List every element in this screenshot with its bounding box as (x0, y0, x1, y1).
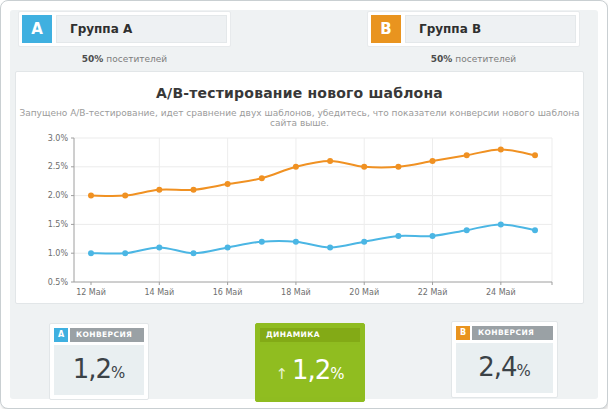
data-point (532, 152, 538, 158)
y-axis-label: 3.0% (48, 134, 69, 143)
dynamics-card: ДИНАМИКА ↑1,2% (255, 323, 365, 402)
conversion-a-label: КОНВЕРСИЯ (70, 328, 144, 342)
groups-row: A Группа A 50%посетителей B Группа B 50%… (18, 11, 585, 69)
group-b-share-label: посетителей (455, 54, 516, 64)
data-point (191, 187, 197, 193)
dashboard-window: A Группа A 50%посетителей B Группа B 50%… (0, 0, 608, 409)
group-b-box: B Группа B (367, 11, 580, 47)
y-axis-label: 2.0% (48, 191, 69, 200)
group-a-box: A Группа A (18, 11, 231, 47)
data-point (225, 181, 231, 187)
x-axis-label: 20 Май (349, 288, 379, 297)
data-point (156, 187, 162, 193)
ab-test-panel: А/В-тестирование нового шаблона Запущено… (15, 71, 584, 304)
group-a-name: Группа A (56, 15, 227, 43)
data-point (259, 175, 265, 181)
group-a-badge: A (22, 15, 52, 43)
dynamics-label: ДИНАМИКА (260, 328, 360, 342)
x-axis-label: 12 Май (76, 288, 106, 297)
data-point (293, 239, 299, 245)
x-axis-label: 22 Май (418, 288, 448, 297)
conversion-a-badge: A (54, 328, 68, 342)
dynamics-unit: % (330, 365, 344, 383)
group-b-name: Группа B (405, 15, 576, 43)
conversion-a-value-box: 1,2% (54, 345, 144, 395)
dashboard-canvas: A Группа A 50%посетителей B Группа B 50%… (10, 10, 598, 399)
conversion-b-value: 2,4 (478, 352, 516, 382)
chart-subtitle: Запущено А/В-тестирование, идет сравнени… (16, 108, 583, 128)
data-point (293, 164, 299, 170)
ab-test-chart: 3.0%2.5%2.0%1.5%1.0%0.5%12 Май14 Май16 М… (24, 130, 580, 298)
y-axis-label: 0.5% (48, 278, 69, 287)
group-b-share: 50%посетителей (367, 54, 580, 64)
conversion-b-label: КОНВЕРСИЯ (472, 326, 553, 340)
data-point (259, 239, 265, 245)
data-point (430, 158, 436, 164)
group-b-badge: B (371, 15, 401, 43)
data-point (464, 227, 470, 233)
x-axis-label: 18 Май (281, 288, 311, 297)
chart-title: А/В-тестирование нового шаблона (16, 85, 583, 101)
y-axis-label: 2.5% (48, 162, 69, 171)
data-point (361, 239, 367, 245)
data-point (395, 233, 401, 239)
group-b-card: B Группа B 50%посетителей (367, 11, 580, 64)
data-point (191, 250, 197, 256)
conversion-a-card: A КОНВЕРСИЯ 1,2% (49, 323, 149, 400)
data-point (361, 164, 367, 170)
conversion-b-card: B КОНВЕРСИЯ 2,4% (451, 321, 558, 398)
x-axis-label: 24 Май (486, 288, 516, 297)
data-point (464, 152, 470, 158)
dynamics-value-box: ↑1,2% (260, 345, 360, 397)
conversion-a-header: A КОНВЕРСИЯ (54, 328, 144, 342)
data-point (327, 244, 333, 250)
group-a-card: A Группа A 50%посетителей (18, 11, 231, 64)
conversion-b-header: B КОНВЕРСИЯ (456, 326, 553, 340)
dynamics-value: 1,2 (292, 355, 330, 385)
up-arrow-icon: ↑ (275, 365, 288, 383)
data-point (122, 193, 128, 199)
group-a-share-label: посетителей (106, 54, 167, 64)
data-point (122, 250, 128, 256)
conversion-b-unit: % (517, 362, 531, 380)
data-point (327, 158, 333, 164)
group-a-share: 50%посетителей (18, 54, 231, 64)
dynamics-header: ДИНАМИКА (260, 328, 360, 342)
data-point (430, 233, 436, 239)
data-point (498, 221, 504, 227)
data-point (225, 244, 231, 250)
data-point (88, 193, 94, 199)
y-axis-label: 1.0% (48, 249, 69, 258)
x-axis-label: 14 Май (144, 288, 174, 297)
data-point (498, 147, 504, 153)
x-axis-label: 16 Май (213, 288, 243, 297)
conversion-a-value: 1,2 (73, 354, 111, 384)
group-b-share-value: 50% (431, 54, 453, 64)
conversion-b-badge: B (456, 326, 470, 340)
data-point (156, 244, 162, 250)
data-point (88, 250, 94, 256)
group-a-share-value: 50% (82, 54, 104, 64)
y-axis-label: 1.5% (48, 220, 69, 229)
conversion-a-unit: % (111, 364, 125, 382)
data-point (395, 164, 401, 170)
conversion-b-value-box: 2,4% (456, 343, 553, 393)
data-point (532, 227, 538, 233)
